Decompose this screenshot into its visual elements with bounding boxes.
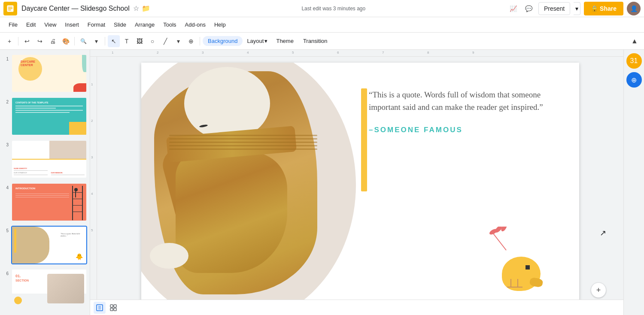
vertical-ruler: 1 2 3 4 5 [90, 57, 97, 315]
star-icon[interactable]: ☆ [133, 4, 139, 12]
bird-body [502, 257, 541, 291]
monkey-lower [176, 153, 287, 273]
slide-thumbnail-1[interactable]: 1 DAYCARECENTER [2, 53, 88, 94]
slide-preview-1[interactable]: DAYCARECENTER [11, 54, 87, 93]
svg-rect-15 [114, 308, 116, 311]
avatar[interactable]: 👤 [627, 2, 641, 15]
toolbar-separator-3 [105, 37, 105, 45]
menu-insert[interactable]: Insert [61, 20, 82, 30]
toolbar-separator-4 [200, 37, 200, 45]
present-button[interactable]: Present [538, 2, 570, 15]
slide-thumbnail-6[interactable]: 6 01. SECTION [2, 268, 88, 308]
menu-bar: File Edit View Insert Format Slide Arran… [0, 17, 644, 33]
toy-image-area [141, 63, 352, 309]
right-panel: 31 ⊕ [623, 50, 644, 315]
slide-canvas[interactable]: “This is a quote. Words full of wisdom t… [141, 63, 579, 309]
redo-button[interactable]: ↪ [34, 35, 46, 47]
slide-preview-3[interactable]: SLIDE IDENTITY OUR STRATEGY OUR MISSION [11, 140, 87, 179]
add-button[interactable]: + [3, 35, 15, 47]
insert-extra[interactable]: ⊕ [185, 35, 197, 47]
text-tool[interactable]: T [121, 35, 133, 47]
menu-arrange[interactable]: Arrange [131, 20, 158, 30]
quote-text: “This is a quote. Words full of wisdom t… [369, 88, 553, 114]
slide-thumbnail-5[interactable]: 5 "This is a quote. Words full of wisdom… [2, 225, 88, 265]
view-list-button[interactable] [94, 302, 106, 314]
analytics-icon[interactable]: 📈 [507, 3, 519, 15]
background-button[interactable]: Background [203, 36, 243, 46]
canvas-scroll: 1 2 3 4 5 [90, 57, 623, 315]
toolbar-separator-2 [74, 37, 75, 45]
canvas-area: 1 2 3 4 5 6 7 8 9 1 2 3 4 5 [90, 50, 623, 315]
image-tool[interactable]: 🖼 [134, 35, 146, 47]
layout-button[interactable]: Layout ▾ [243, 36, 271, 46]
share-button[interactable]: 🔒 Share [584, 2, 623, 15]
add-slide-float-button[interactable]: + [591, 282, 606, 298]
bird-wing [529, 277, 543, 288]
toolbar-separator-1 [18, 37, 18, 45]
monkey-paw [150, 243, 188, 269]
explore-icon[interactable]: ⊕ [626, 72, 642, 88]
last-edit-text: Last edit was 3 minutes ago [301, 6, 365, 12]
doc-title: Daycare Center — Slidesgo School [21, 5, 130, 12]
cursor-tool[interactable]: ↖ [108, 35, 120, 47]
menu-format[interactable]: Format [84, 20, 109, 30]
collapse-toolbar-button[interactable]: ▲ [629, 35, 641, 47]
paint-format-button[interactable]: 🎨 [60, 35, 72, 47]
menu-view[interactable]: View [41, 20, 60, 30]
menu-tools[interactable]: Tools [160, 20, 179, 30]
bird-eye [526, 265, 530, 270]
slide-preview-2[interactable]: CONTENTS OF THIS TEMPLATE [11, 97, 87, 136]
horizontal-ruler: 1 2 3 4 5 6 7 8 9 [90, 50, 623, 57]
app-icon [3, 2, 17, 15]
slide-thumbnail-2[interactable]: 2 CONTENTS OF THIS TEMPLATE [2, 96, 88, 136]
menu-help[interactable]: Help [211, 20, 229, 30]
calendar-icon[interactable]: 31 [626, 53, 642, 69]
transition-button[interactable]: Transition [299, 36, 332, 46]
theme-button[interactable]: Theme [272, 36, 298, 46]
right-title-actions: 📈 💬 Present ▾ 🔒 Share 👤 [507, 2, 641, 15]
svg-rect-2 [8, 8, 12, 9]
svg-rect-12 [110, 305, 113, 307]
shape-tool[interactable]: ○ [146, 35, 158, 47]
monkey-eye-left [199, 124, 208, 127]
main-area: 1 DAYCARECENTER 2 CONTENTS OF THIS TEMPL… [0, 50, 644, 315]
toolbar: + ↩ ↪ 🖨 🎨 🔍 ▾ ↖ T 🖼 ○ ╱ ▾ ⊕ Background L… [0, 33, 644, 50]
slide-preview-4[interactable]: INTRODUCTION [11, 183, 87, 221]
menu-edit[interactable]: Edit [23, 20, 39, 30]
present-dropdown[interactable]: ▾ [574, 2, 580, 15]
folder-icon[interactable]: 📁 [142, 4, 150, 12]
quote-author: –SOMEONE FAMOUS [369, 126, 553, 134]
cursor-indicator: ↗ [600, 228, 606, 238]
slide-preview-5[interactable]: "This is a quote. Words full of wisdom..… [11, 226, 87, 264]
slide-thumbnail-3[interactable]: 3 SLIDE IDENTITY OUR STRATEGY OUR MISSIO… [2, 139, 88, 179]
svg-rect-13 [114, 305, 116, 307]
bird-illustration [502, 244, 541, 288]
svg-rect-3 [8, 9, 11, 10]
line-tool[interactable]: ╱ [159, 35, 171, 47]
menu-slide[interactable]: Slide [110, 20, 130, 30]
undo-button[interactable]: ↩ [21, 35, 33, 47]
zoom-out-button[interactable]: 🔍 [77, 35, 89, 47]
quote-bar [361, 88, 367, 191]
menu-addons[interactable]: Add-ons [182, 20, 209, 30]
menu-file[interactable]: File [5, 20, 21, 30]
svg-rect-14 [110, 308, 113, 311]
comment-icon[interactable]: 💬 [523, 3, 535, 15]
quote-section: “This is a quote. Words full of wisdom t… [369, 88, 553, 134]
title-bar: Daycare Center — Slidesgo School ☆ 📁 Las… [0, 0, 644, 17]
svg-rect-1 [8, 6, 12, 7]
slide-thumbnail-4[interactable]: 4 INTRODUCTION [2, 182, 88, 222]
line-dropdown[interactable]: ▾ [172, 35, 184, 47]
slide-preview-6[interactable]: 01. SECTION [11, 269, 87, 307]
print-button[interactable]: 🖨 [47, 35, 59, 47]
zoom-dropdown[interactable]: ▾ [90, 35, 102, 47]
view-grid-button[interactable] [107, 302, 119, 314]
slides-sidebar: 1 DAYCARECENTER 2 CONTENTS OF THIS TEMPL… [0, 50, 90, 315]
